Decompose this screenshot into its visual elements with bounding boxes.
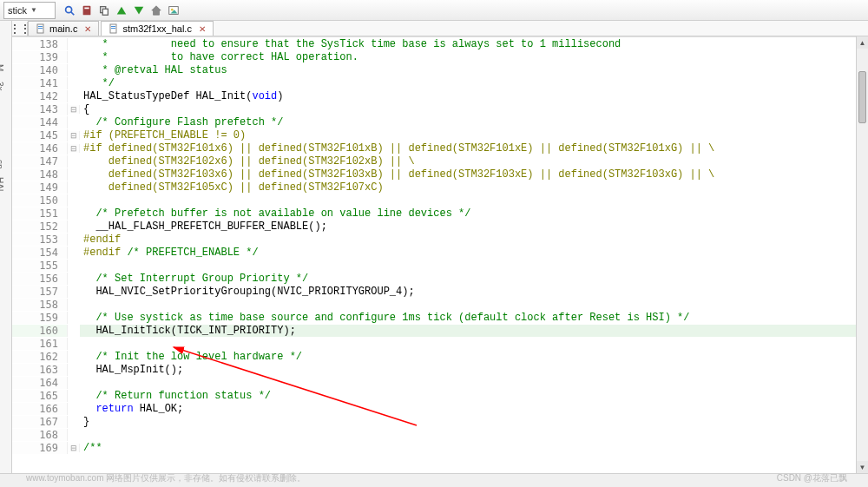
credit-text: CSDN @花落已飘 bbox=[777, 472, 847, 484]
tab-main-c[interactable]: main.c✕ bbox=[28, 21, 99, 36]
fold-marker[interactable]: ⊟ bbox=[68, 105, 80, 114]
side-label-1: 3x bbox=[0, 82, 4, 91]
code-line[interactable]: 152 __HAL_FLASH_PREFETCH_BUFFER_ENABLE()… bbox=[12, 220, 856, 233]
vertical-scrollbar[interactable]: ▲ ▼ bbox=[856, 36, 868, 473]
code-text: * @retval HAL status bbox=[80, 64, 856, 76]
tab-stm32f1xx_hal-c[interactable]: stm32f1xx_hal.c✕ bbox=[101, 21, 213, 36]
close-icon[interactable]: ✕ bbox=[199, 24, 206, 34]
search-value: stick bbox=[8, 5, 27, 16]
svg-rect-13 bbox=[38, 26, 43, 27]
code-line[interactable]: 159 /* Use systick as time base source a… bbox=[12, 311, 856, 324]
svg-marker-8 bbox=[152, 5, 161, 15]
code-text: HAL_NVIC_SetPriorityGrouping(NVIC_PRIORI… bbox=[80, 286, 856, 298]
side-label-0: M bbox=[0, 64, 4, 71]
find-icon[interactable] bbox=[62, 3, 77, 18]
code-line[interactable]: 146⊟#if defined(STM32F101x6) || defined(… bbox=[12, 141, 856, 155]
code-line[interactable]: 167} bbox=[12, 415, 856, 428]
code-line[interactable]: 154#endif /* PREFETCH_ENABLE */ bbox=[12, 246, 856, 259]
code-line[interactable]: 160 HAL_InitTick(TICK_INT_PRIORITY); bbox=[12, 324, 856, 337]
side-label-3: HAl bbox=[0, 177, 4, 191]
code-text: #if defined(STM32F101x6) || defined(STM3… bbox=[80, 142, 856, 155]
fold-marker[interactable]: ⊟ bbox=[68, 444, 80, 452]
code-line[interactable]: 164 bbox=[12, 376, 856, 389]
line-number: 168 bbox=[12, 429, 68, 441]
code-line[interactable]: 162 /* Init the low level hardware */ bbox=[12, 350, 856, 363]
scroll-up-arrow[interactable]: ▲ bbox=[857, 36, 868, 49]
line-number: 155 bbox=[12, 260, 68, 272]
fold-marker[interactable]: ⊟ bbox=[68, 144, 80, 153]
code-line[interactable]: 139 * to have correct HAL operation. bbox=[12, 50, 856, 63]
scroll-thumb[interactable] bbox=[858, 71, 866, 123]
line-number: 151 bbox=[12, 207, 68, 220]
code-line[interactable]: 151 /* Prefetch buffer is not available … bbox=[12, 207, 856, 220]
file-tabs: ⋮⋮ main.c✕stm32f1xx_hal.c✕ bbox=[12, 21, 868, 36]
code-text: defined(STM32F105xC) || defined(STM32F10… bbox=[80, 181, 856, 194]
code-text: */ bbox=[80, 77, 856, 89]
search-combo[interactable]: stick ▼ bbox=[3, 2, 56, 19]
code-line[interactable]: 150 bbox=[12, 194, 856, 207]
close-icon[interactable]: ✕ bbox=[84, 24, 91, 34]
tab-label: main.c bbox=[49, 23, 77, 34]
code-line[interactable]: 141 */ bbox=[12, 76, 856, 89]
svg-marker-6 bbox=[117, 6, 127, 14]
svg-rect-3 bbox=[84, 7, 89, 9]
tabs-handle[interactable]: ⋮⋮ bbox=[12, 22, 28, 36]
line-number: 160 bbox=[12, 325, 68, 337]
code-line[interactable]: 153#endif bbox=[12, 233, 856, 246]
code-text: #endif bbox=[80, 234, 856, 246]
home-icon[interactable] bbox=[148, 3, 164, 18]
code-text: } bbox=[80, 416, 856, 428]
side-label-2: sp bbox=[0, 160, 4, 169]
scroll-down-arrow[interactable]: ▼ bbox=[857, 461, 868, 473]
prev-diff-icon[interactable] bbox=[114, 3, 129, 18]
code-line[interactable]: 148 defined(STM32F103x6) || defined(STM3… bbox=[12, 168, 856, 181]
code-line[interactable]: 158 bbox=[12, 298, 856, 311]
next-diff-icon[interactable] bbox=[131, 3, 147, 18]
code-text: HAL_MspInit(); bbox=[80, 364, 856, 376]
code-line[interactable]: 156 /* Set Interrupt Group Priority */ bbox=[12, 272, 856, 285]
code-line[interactable]: 147 defined(STM32F102x6) || defined(STM3… bbox=[12, 155, 856, 168]
copy-icon[interactable] bbox=[96, 3, 112, 18]
line-number: 159 bbox=[12, 312, 68, 324]
svg-marker-7 bbox=[135, 6, 144, 14]
line-number: 148 bbox=[12, 168, 68, 181]
code-line[interactable]: 142HAL_StatusTypeDef HAL_Init(void) bbox=[12, 89, 856, 102]
line-number: 142 bbox=[12, 90, 68, 102]
svg-rect-16 bbox=[111, 26, 115, 27]
bookmark-icon[interactable] bbox=[79, 3, 95, 18]
code-text: defined(STM32F103x6) || defined(STM32F10… bbox=[80, 168, 856, 181]
left-sidebar: M 3x sp HAl bbox=[0, 21, 12, 473]
line-number: 167 bbox=[12, 416, 68, 428]
code-line[interactable]: 140 * @retval HAL status bbox=[12, 63, 856, 76]
code-line[interactable]: 145⊟#if (PREFETCH_ENABLE != 0) bbox=[12, 128, 856, 141]
code-line[interactable]: 161 bbox=[12, 337, 856, 350]
picture-icon[interactable] bbox=[166, 3, 181, 18]
code-line[interactable]: 169⊟/** bbox=[12, 441, 856, 454]
code-line[interactable]: 168 bbox=[12, 428, 856, 441]
code-line[interactable]: 166 return HAL_OK; bbox=[12, 402, 856, 415]
fold-marker[interactable]: ⊟ bbox=[68, 131, 80, 140]
svg-line-1 bbox=[71, 11, 75, 15]
code-line[interactable]: 163 HAL_MspInit(); bbox=[12, 363, 856, 376]
code-text: /* Return function status */ bbox=[80, 390, 856, 402]
code-line[interactable]: 165 /* Return function status */ bbox=[12, 389, 856, 402]
line-number: 139 bbox=[12, 51, 68, 63]
watermark-text: www.toymoban.com 网络图片仅供展示，非存储。如有侵权请联系删除。 bbox=[26, 472, 306, 484]
code-text: /* Prefetch buffer is not available on v… bbox=[80, 207, 856, 220]
svg-rect-14 bbox=[38, 28, 43, 29]
code-editor[interactable]: 138 * need to ensure that the SysTick ti… bbox=[12, 36, 856, 473]
code-line[interactable]: 149 defined(STM32F105xC) || defined(STM3… bbox=[12, 181, 856, 194]
code-text: __HAL_FLASH_PREFETCH_BUFFER_ENABLE(); bbox=[80, 220, 856, 233]
line-number: 157 bbox=[12, 286, 68, 298]
line-number: 162 bbox=[12, 351, 68, 363]
code-line[interactable]: 143⊟{ bbox=[12, 102, 856, 115]
code-line[interactable]: 157 HAL_NVIC_SetPriorityGrouping(NVIC_PR… bbox=[12, 285, 856, 298]
svg-point-0 bbox=[66, 6, 72, 12]
code-text: /* Configure Flash prefetch */ bbox=[80, 116, 856, 128]
line-number: 154 bbox=[12, 247, 68, 259]
code-line[interactable]: 138 * need to ensure that the SysTick ti… bbox=[12, 37, 856, 50]
code-text: HAL_InitTick(TICK_INT_PRIORITY); bbox=[80, 325, 856, 337]
code-line[interactable]: 155 bbox=[12, 259, 856, 272]
code-text: * to have correct HAL operation. bbox=[80, 51, 856, 63]
code-line[interactable]: 144 /* Configure Flash prefetch */ bbox=[12, 115, 856, 128]
